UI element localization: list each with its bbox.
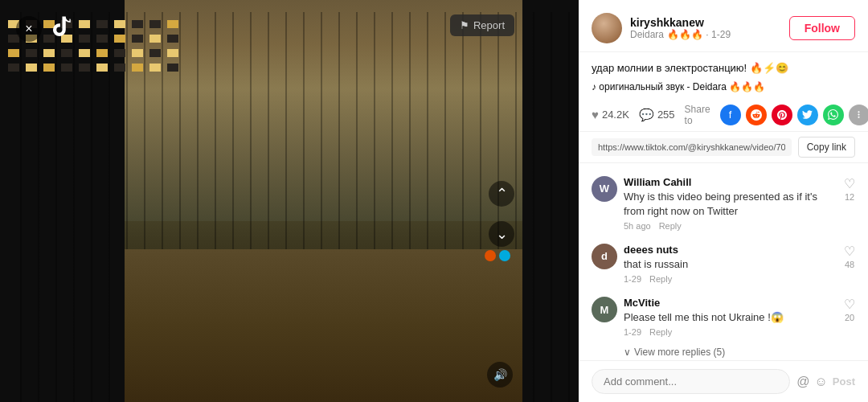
volume-button[interactable]: 🔊 xyxy=(487,362,513,388)
reply-link[interactable]: Reply xyxy=(649,327,672,337)
comment-meta: 1-29 Reply xyxy=(624,274,837,284)
like-count: 12 xyxy=(845,192,854,202)
reply-link[interactable]: Reply xyxy=(649,274,672,284)
like-count: 20 xyxy=(845,313,854,322)
user-header: kiryshkkanew Deidara 🔥🔥🔥 · 1-29 Follow xyxy=(579,0,868,52)
video-scene xyxy=(0,0,233,96)
comment-author: William Cahill xyxy=(624,176,837,188)
comment-input-row: @ ☺ Post xyxy=(579,360,868,402)
comment-icon: 💬 xyxy=(639,108,654,122)
twitter-share[interactable] xyxy=(797,105,818,125)
comment-time: 1-29 xyxy=(624,274,641,284)
whatsapp-share[interactable] xyxy=(823,105,844,125)
comment-body: William Cahill Why is this video being p… xyxy=(624,176,837,231)
comment-text: Please tell me this not Ukraine !😱 xyxy=(624,310,837,325)
comment-like: ♡ 20 xyxy=(844,297,855,322)
username: kiryshkkanew xyxy=(630,16,781,29)
comment-input[interactable] xyxy=(592,369,790,394)
report-button[interactable]: ⚑ Report xyxy=(450,14,514,36)
scroll-down-button[interactable]: ⌄ xyxy=(489,221,514,247)
view-more-replies[interactable]: ∨ View more replies (5) xyxy=(579,343,868,360)
heart-icon: ♥ xyxy=(592,108,599,121)
comment-avatar: W xyxy=(592,176,617,202)
flag-icon: ⚑ xyxy=(460,19,469,31)
user-subtitle: Deidara 🔥🔥🔥 · 1-29 xyxy=(630,29,781,40)
info-panel: kiryshkkanew Deidara 🔥🔥🔥 · 1-29 Follow у… xyxy=(579,0,868,402)
post-description: удар молнии в электростанцию! 🔥⚡😊 xyxy=(579,52,868,81)
pinterest-share[interactable] xyxy=(772,105,792,125)
facebook-share[interactable]: f xyxy=(720,105,741,125)
tiktok-logo xyxy=(50,14,74,42)
comments-section: W William Cahill Why is this video being… xyxy=(579,163,868,361)
comment-meta: 5h ago Reply xyxy=(624,221,837,231)
avatar xyxy=(592,13,622,43)
comment-time: 1-29 xyxy=(624,327,641,337)
comment-item: W William Cahill Why is this video being… xyxy=(579,170,868,237)
comment-text: Why is this video being presented as if … xyxy=(624,190,837,219)
likes-count: ♥ 24.2K xyxy=(592,108,629,121)
share-link-input[interactable] xyxy=(592,138,792,156)
comment-text: that is russain xyxy=(624,257,837,272)
comments-count: 💬 255 xyxy=(639,108,675,122)
scroll-up-button[interactable]: ⌃ xyxy=(489,181,514,207)
more-share[interactable] xyxy=(849,105,868,125)
video-panel: × ⚑ Report ⌃ ⌄ xyxy=(0,0,579,402)
comment-meta: 1-29 Reply xyxy=(624,327,837,337)
copy-link-button[interactable]: Copy link xyxy=(798,137,855,158)
input-actions: @ ☺ Post xyxy=(796,375,855,389)
chevron-down-icon: ∨ xyxy=(624,347,631,358)
like-icon[interactable]: ♡ xyxy=(844,244,855,259)
like-icon[interactable]: ♡ xyxy=(844,176,855,191)
music-credit: ♪ оригинальный звук - Deidara 🔥🔥🔥 xyxy=(579,81,868,99)
comment-body: deees nuts that is russain 1-29 Reply xyxy=(624,244,837,284)
share-label: Share to xyxy=(685,104,710,126)
user-info: kiryshkkanew Deidara 🔥🔥🔥 · 1-29 xyxy=(630,16,781,40)
reply-link[interactable]: Reply xyxy=(659,221,682,231)
comment-time: 5h ago xyxy=(624,221,651,231)
comment-item: M McVitie Please tell me this not Ukrain… xyxy=(579,290,868,343)
comment-author: deees nuts xyxy=(624,244,837,256)
comment-like: ♡ 12 xyxy=(844,176,855,202)
comment-item: d deees nuts that is russain 1-29 Reply … xyxy=(579,237,868,290)
stats-row: ♥ 24.2K 💬 255 Share to f xyxy=(579,99,868,132)
close-button[interactable]: × xyxy=(16,16,42,42)
share-icons: f xyxy=(720,105,868,125)
like-count: 48 xyxy=(845,260,854,269)
comment-avatar: d xyxy=(592,244,617,269)
like-icon[interactable]: ♡ xyxy=(844,297,855,312)
at-icon[interactable]: @ xyxy=(796,375,809,389)
comment-author: McVitie xyxy=(624,297,837,309)
reddit-share[interactable] xyxy=(746,105,767,125)
emoji-icon[interactable]: ☺ xyxy=(814,375,827,389)
link-row: Copy link xyxy=(579,132,868,163)
comment-avatar: M xyxy=(592,297,617,322)
follow-button[interactable]: Follow xyxy=(789,16,855,40)
comment-body: McVitie Please tell me this not Ukraine … xyxy=(624,297,837,337)
nav-dots xyxy=(485,250,510,261)
post-button[interactable]: Post xyxy=(833,375,855,388)
comment-like: ♡ 48 xyxy=(844,244,855,269)
